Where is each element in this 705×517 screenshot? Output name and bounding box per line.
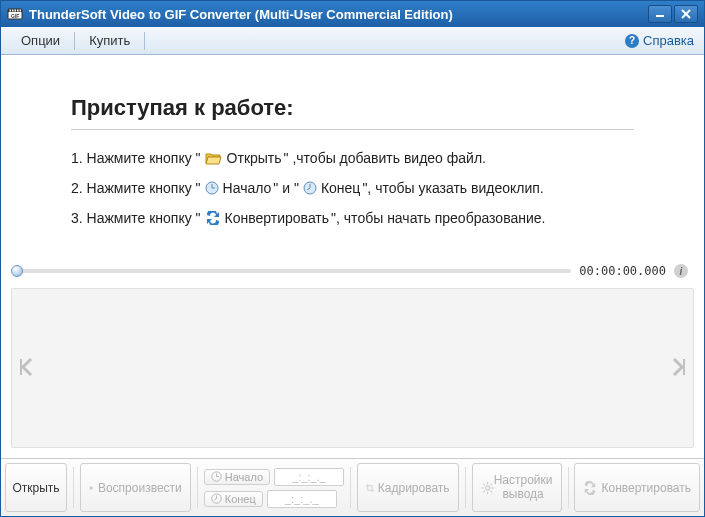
svg-rect-6 [20,10,22,12]
play-icon [89,482,94,494]
guide-title: Приступая к работе: [71,95,634,121]
crop-icon [366,481,374,495]
crop-button[interactable]: Кадрировать [357,463,459,512]
svg-line-31 [490,490,492,492]
minimize-button[interactable] [648,5,672,23]
thumbnail-strip [11,288,694,448]
svg-line-24 [214,499,216,501]
clock-start-icon [211,471,222,482]
clock-start-icon [205,181,219,195]
toolbar-separator [73,467,74,508]
getting-started-guide: Приступая к работе: 1. Нажмите кнопку " … [11,65,694,260]
help-label: Справка [643,33,694,48]
menu-separator [74,32,75,50]
svg-line-32 [490,483,492,485]
svg-rect-4 [15,10,17,12]
menu-help[interactable]: ? Справка [625,33,694,48]
app-window: GIF ThunderSoft Video to GIF Converter (… [0,0,705,517]
timeline-slider[interactable] [17,269,571,273]
toolbar-separator [568,467,569,508]
set-start-button[interactable]: Начало [204,469,270,485]
timeline-row: 00:00:00.000 i [11,260,694,282]
info-icon[interactable]: i [674,264,688,278]
clip-range-group: Начало Конец [204,463,344,512]
set-end-button[interactable]: Конец [204,491,263,507]
open-button[interactable]: Открыть [5,463,67,512]
svg-rect-3 [12,10,14,12]
convert-icon [583,481,597,495]
menu-options[interactable]: Опции [11,29,70,52]
strip-prev-button[interactable] [18,355,36,382]
svg-text:GIF: GIF [11,13,19,19]
close-button[interactable] [674,5,698,23]
strip-next-button[interactable] [669,355,687,382]
title-text: ThunderSoft Video to GIF Converter (Mult… [29,7,453,22]
menu-separator [144,32,145,50]
folder-open-icon [205,151,223,165]
timecode: 00:00:00.000 [579,264,666,278]
app-icon: GIF [7,6,23,22]
svg-line-30 [483,483,485,485]
window-controls [648,5,698,23]
output-settings-button[interactable]: Настройки вывода [472,463,562,512]
svg-line-33 [483,490,485,492]
bottom-toolbar: Открыть Воспроизвести Начало Конец [1,458,704,516]
help-icon: ? [625,34,639,48]
clock-end-icon [211,493,222,504]
content-area: Приступая к работе: 1. Нажмите кнопку " … [1,55,704,458]
end-time-input[interactable] [267,490,337,508]
toolbar-separator [350,467,351,508]
menu-buy[interactable]: Купить [79,29,140,52]
gear-icon [481,481,494,495]
guide-step-3: 3. Нажмите кнопку " Конвертировать ", чт… [71,210,634,226]
guide-divider [71,129,634,130]
clock-end-icon [303,181,317,195]
toolbar-separator [197,467,198,508]
guide-step-1: 1. Нажмите кнопку " Открыть " ,чтобы доб… [71,150,634,166]
guide-step-2: 2. Нажмите кнопку " Начало " и " Конец "… [71,180,634,196]
convert-button[interactable]: Конвертировать [574,463,700,512]
svg-rect-5 [17,10,19,12]
titlebar: GIF ThunderSoft Video to GIF Converter (… [1,1,704,27]
convert-icon [205,211,221,225]
svg-point-25 [485,485,489,489]
svg-rect-2 [10,10,12,12]
start-time-input[interactable] [274,468,344,486]
play-button[interactable]: Воспроизвести [80,463,191,512]
timeline-thumb[interactable] [11,265,23,277]
menubar: Опции Купить ? Справка [1,27,704,55]
toolbar-separator [465,467,466,508]
